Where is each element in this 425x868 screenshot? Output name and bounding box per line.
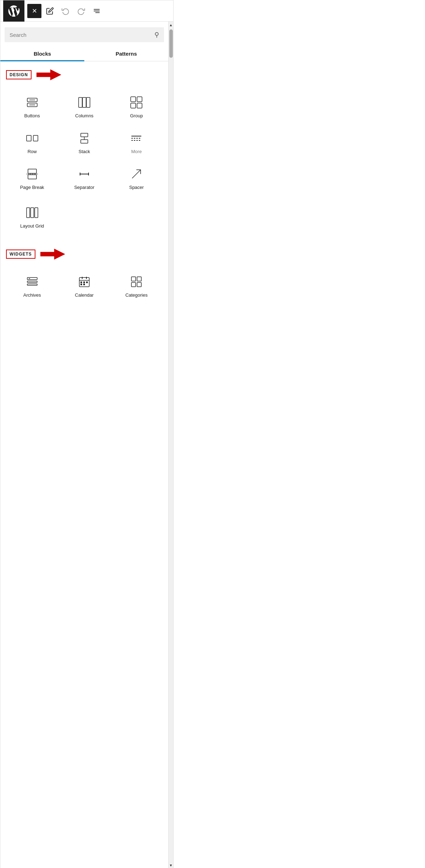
menu-button[interactable]: [90, 4, 104, 18]
svg-rect-32: [30, 208, 34, 218]
sidebar: ⚲ Blocks Patterns DESIGN: [0, 22, 168, 868]
stack-label: Stack: [79, 149, 90, 154]
menu-icon: [93, 7, 101, 15]
svg-rect-14: [131, 103, 136, 108]
toolbar: ✕: [0, 0, 173, 22]
svg-rect-37: [27, 284, 37, 285]
scrollbar-thumb[interactable]: [169, 29, 173, 58]
svg-rect-18: [81, 133, 88, 137]
block-item-separator[interactable]: Separator: [58, 160, 110, 196]
layout-grid-icon: [25, 206, 39, 220]
more-icon: [129, 131, 143, 145]
design-blocks-grid: Buttons Columns: [0, 85, 168, 198]
svg-rect-50: [131, 282, 136, 287]
svg-rect-17: [33, 135, 38, 141]
spacer-label: Spacer: [129, 185, 144, 190]
design-arrow: [36, 68, 61, 82]
block-item-more[interactable]: More: [110, 124, 163, 160]
svg-rect-19: [81, 140, 88, 143]
block-item-columns[interactable]: Columns: [58, 88, 110, 124]
group-icon: [129, 95, 143, 110]
svg-line-30: [132, 170, 141, 178]
undo-button[interactable]: [58, 4, 73, 18]
search-bar: ⚲: [5, 27, 164, 42]
block-item-calendar[interactable]: Calendar: [58, 268, 110, 303]
design-section-header: DESIGN: [0, 61, 168, 85]
redo-button[interactable]: [74, 4, 88, 18]
svg-rect-24: [28, 169, 36, 173]
close-button[interactable]: ✕: [27, 4, 41, 18]
block-item-archives[interactable]: Archives: [6, 268, 58, 303]
block-item-layout-grid[interactable]: Layout Grid: [6, 198, 58, 234]
scroll-up-button[interactable]: ▲: [169, 22, 173, 28]
svg-rect-46: [81, 284, 82, 285]
svg-rect-33: [35, 208, 38, 218]
block-item-group[interactable]: Group: [110, 88, 163, 124]
svg-rect-15: [137, 103, 142, 108]
svg-rect-47: [84, 284, 85, 285]
svg-rect-43: [81, 282, 82, 283]
archives-icon: [25, 275, 39, 289]
block-item-page-break[interactable]: Page Break: [6, 160, 58, 196]
page-break-label: Page Break: [20, 185, 44, 190]
svg-rect-36: [27, 281, 37, 282]
spacer-icon: [129, 167, 143, 181]
tab-patterns[interactable]: Patterns: [84, 46, 168, 61]
svg-rect-10: [83, 97, 86, 107]
pencil-icon: [46, 7, 54, 15]
redo-icon: [77, 7, 85, 15]
group-label: Group: [130, 113, 143, 118]
calendar-icon: [77, 275, 91, 289]
separator-icon: [77, 167, 91, 181]
search-icon[interactable]: ⚲: [154, 31, 159, 39]
widgets-label: WIDGETS: [6, 250, 35, 259]
svg-rect-44: [84, 282, 85, 283]
block-item-categories[interactable]: Categories: [110, 268, 163, 303]
scroll-down-button[interactable]: ▼: [169, 862, 173, 868]
row-icon: [25, 131, 39, 145]
page-break-icon: [25, 167, 39, 181]
buttons-label: Buttons: [24, 113, 40, 118]
svg-rect-31: [27, 208, 30, 218]
block-item-spacer[interactable]: Spacer: [110, 160, 163, 196]
svg-marker-34: [40, 248, 65, 259]
undo-icon: [62, 7, 69, 15]
columns-label: Columns: [75, 113, 93, 118]
svg-rect-13: [137, 97, 142, 102]
svg-rect-49: [137, 277, 141, 281]
buttons-icon: [25, 95, 39, 110]
svg-rect-9: [79, 97, 82, 107]
svg-rect-25: [28, 175, 36, 179]
svg-rect-16: [27, 135, 31, 141]
svg-rect-11: [86, 97, 90, 107]
layout-grid-label: Layout Grid: [20, 223, 44, 229]
calendar-label: Calendar: [75, 292, 94, 298]
widgets-arrow: [40, 247, 65, 261]
svg-marker-4: [36, 69, 61, 80]
svg-rect-12: [131, 97, 136, 102]
layout-grid-row: Layout Grid: [0, 198, 168, 237]
categories-icon: [129, 275, 143, 289]
wp-logo[interactable]: [3, 0, 24, 22]
row-label: Row: [28, 149, 37, 154]
categories-label: Categories: [125, 292, 148, 298]
stack-icon: [77, 131, 91, 145]
widgets-grid: Archives: [0, 265, 168, 306]
search-input[interactable]: [10, 32, 154, 38]
block-item-stack[interactable]: Stack: [58, 124, 110, 160]
svg-rect-51: [137, 282, 141, 287]
widgets-section-header: WIDGETS: [0, 241, 168, 265]
design-label: DESIGN: [6, 70, 32, 79]
block-item-buttons[interactable]: Buttons: [6, 88, 58, 124]
svg-rect-48: [131, 277, 136, 281]
edit-button[interactable]: [43, 4, 57, 18]
scrollbar: ▲ ▼: [168, 22, 173, 868]
svg-rect-45: [86, 282, 87, 283]
columns-icon: [77, 95, 91, 110]
more-label: More: [131, 149, 142, 154]
tabs: Blocks Patterns: [0, 46, 168, 61]
archives-label: Archives: [23, 292, 41, 298]
separator-label: Separator: [74, 185, 94, 190]
block-item-row[interactable]: Row: [6, 124, 58, 160]
tab-blocks[interactable]: Blocks: [0, 46, 84, 61]
